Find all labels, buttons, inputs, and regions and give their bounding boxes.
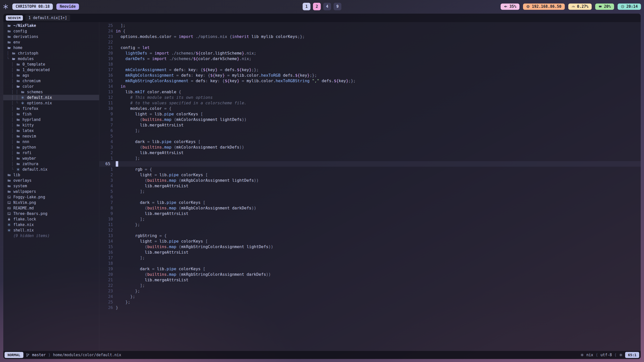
tree-item-ags[interactable]: │ ags <box>3 73 99 78</box>
indent-guide: │ <box>7 156 16 161</box>
code-line[interactable]: 13 lib.mkIf color.enable { <box>99 89 641 95</box>
code-line[interactable]: 11 # to the values specified in a colors… <box>99 100 641 106</box>
code-line-current[interactable]: 65 <box>99 161 641 167</box>
tree-item-options.nix[interactable]: │ └ options.nix <box>3 100 99 106</box>
code-line[interactable]: 24in { <box>99 28 641 34</box>
tree-item-~-nixflake[interactable]: ~/NixFlake <box>3 23 99 28</box>
code-line[interactable]: 24 }; <box>99 294 641 299</box>
tree-item-lib[interactable]: lib <box>3 172 99 178</box>
code-line[interactable]: 4 lib.mergeAttrsList <box>99 183 641 189</box>
code-line[interactable]: 5 <box>99 133 641 139</box>
tree-item-hyprland[interactable]: │ hyprland <box>3 117 99 122</box>
tree-item-default.nix[interactable]: │ │ default.nix <box>3 95 99 100</box>
code-line[interactable]: 20 (builtins.map (mkRgbStringColorAssign… <box>99 272 641 277</box>
tree-item-christoph[interactable]: │ christoph <box>3 51 99 56</box>
workspace-button-4[interactable]: 4 <box>323 3 331 10</box>
code-line[interactable]: 4 dark = lib.pipe colorKeys [ <box>99 139 641 145</box>
tree-item-schemes[interactable]: │ │ schemes <box>3 89 99 95</box>
tree-item-zathura[interactable]: │ zathura <box>3 161 99 167</box>
tree-item-waybar[interactable]: │ waybar <box>3 156 99 161</box>
code-line[interactable]: 11 }; <box>99 222 641 228</box>
code-line[interactable]: 3 (builtins.map (mkColorAssignment darkD… <box>99 145 641 150</box>
tree-item-derivations[interactable]: derivations <box>3 34 99 39</box>
code-line[interactable]: 1 ]; <box>99 156 641 161</box>
code-line[interactable]: 26} <box>99 305 641 310</box>
code-line[interactable]: 15 mkRgbStringColorAssignment = defs: ke… <box>99 78 641 84</box>
code-line[interactable]: 10 modules.color = { <box>99 106 641 111</box>
code-line[interactable]: 23 options.modules.color = import ./opti… <box>99 34 641 39</box>
code-line[interactable]: 12 # This module sets its own options <box>99 95 641 100</box>
code-line[interactable]: 9 lib.mergeAttrsList <box>99 211 641 216</box>
tree-item-system[interactable]: system <box>3 183 99 189</box>
tree-item-kitty[interactable]: │ kitty <box>3 122 99 128</box>
tree-item-flake.lock[interactable]: flake.lock <box>3 216 99 222</box>
code-line[interactable]: 2 lib.mergeAttrsList <box>99 150 641 156</box>
code-line[interactable]: 12 <box>99 228 641 233</box>
tree-item-nnn[interactable]: │ nnn <box>3 139 99 145</box>
code-line[interactable]: 3 (builtins.map (mkRgbColorAssignment li… <box>99 178 641 183</box>
tree-item-home[interactable]: home <box>3 45 99 51</box>
code-line[interactable]: 15 (builtins.map (mkRgbStringColorAssign… <box>99 244 641 250</box>
code-line[interactable]: 21 config = let <box>99 45 641 51</box>
code-line[interactable]: 20 lightDefs = import ./schemes/${color.… <box>99 51 641 56</box>
topbar-left: CHRISTOPH 08:18 Neovide <box>3 4 79 10</box>
code-line[interactable]: 19 dark = lib.pipe colorKeys [ <box>99 266 641 272</box>
code-line[interactable]: 25 }; <box>99 299 641 305</box>
tree-item-rofi[interactable]: │ rofi <box>3 150 99 156</box>
code-line[interactable]: 21 lib.mergeAttrsList <box>99 277 641 283</box>
code-line[interactable]: 13 rgbString = { <box>99 233 641 239</box>
code-line[interactable]: 7 lib.mergeAttrsList <box>99 122 641 128</box>
tree-item-firefox[interactable]: │ firefox <box>3 106 99 111</box>
code-line[interactable]: 22 <box>99 39 641 45</box>
code-line[interactable]: 18 <box>99 62 641 67</box>
code-line[interactable]: 9 light = lib.pipe colorKeys [ <box>99 111 641 117</box>
tree-item-overlays[interactable]: overlays <box>3 178 99 183</box>
code-line[interactable]: 25 ]; <box>99 23 641 28</box>
code-line[interactable]: 8 (builtins.map (mkColorAssignment light… <box>99 117 641 122</box>
code-line[interactable]: 7 dark = lib.pipe colorKeys [ <box>99 200 641 205</box>
tree-item-python[interactable]: │ python <box>3 145 99 150</box>
tree-item-foggy-lake.png[interactable]: Foggy-Lake.png <box>3 194 99 200</box>
code-line[interactable]: 10 ]; <box>99 216 641 222</box>
code-line[interactable]: 14 in <box>99 84 641 89</box>
workspace-button-2[interactable]: 2 <box>313 3 321 10</box>
code-line[interactable]: 2 light = lib.pipe colorKeys [ <box>99 172 641 178</box>
tree-item-nixvim.png[interactable]: NixVim.png <box>3 200 99 205</box>
code-line[interactable]: 5 ]; <box>99 189 641 194</box>
tree-item-readme.md[interactable]: README.md <box>3 205 99 211</box>
tree-item-fish[interactable]: │ fish <box>3 111 99 117</box>
network-icon <box>526 5 530 8</box>
workspace-button-9[interactable]: 9 <box>334 3 341 10</box>
code-line[interactable]: 16 lib.mergeAttrsList <box>99 250 641 255</box>
code-line[interactable]: 1 rgb = { <box>99 167 641 172</box>
workspace-button-1[interactable]: 1 <box>303 3 310 10</box>
code-line[interactable]: 19 darkDefs = import ./schemes/${color.d… <box>99 56 641 62</box>
tree-item-config[interactable]: config <box>3 28 99 34</box>
editor-buffer[interactable]: 25 ];24in {23 options.modules.color = im… <box>99 22 641 351</box>
tree-item-shell.nix[interactable]: shell.nix <box>3 228 99 233</box>
tree-item-chromium[interactable]: │ chromium <box>3 78 99 84</box>
code-line[interactable]: 18 <box>99 261 641 266</box>
tab-default-nix[interactable]: 1 default.nix[1+] <box>25 15 70 21</box>
code-line[interactable]: 8 (builtins.map (mkRgbColorAssignment da… <box>99 205 641 211</box>
tree-item-neovim[interactable]: │ neovim <box>3 133 99 139</box>
tree-item-color[interactable]: │ color <box>3 84 99 89</box>
tree-item-modules[interactable]: └ modules <box>3 56 99 62</box>
tree-item-latex[interactable]: │ latex <box>3 128 99 133</box>
code-line[interactable]: 6 <box>99 194 641 200</box>
code-line[interactable]: 22 ]; <box>99 283 641 288</box>
code-line[interactable]: 17 ]; <box>99 255 641 261</box>
code-line[interactable]: 6 ]; <box>99 128 641 133</box>
tree-item-flake.nix[interactable]: flake.nix <box>3 222 99 228</box>
tree-item-default.nix[interactable]: └ default.nix <box>3 167 99 172</box>
code-line[interactable]: 14 light = lib.pipe colorKeys [ <box>99 239 641 244</box>
tree-item-wallpapers[interactable]: wallpapers <box>3 189 99 194</box>
line-number: 20 <box>105 51 113 56</box>
tree-item-env[interactable]: env <box>3 39 99 45</box>
code-line[interactable]: 23 }; <box>99 288 641 294</box>
tree-item-three-bears.png[interactable]: Three-Bears.png <box>3 211 99 216</box>
code-line[interactable]: 16 mkRgbColorAssignment = defs: key: {${… <box>99 73 641 78</box>
tree-item-1_deprecated[interactable]: │ 1_deprecated <box>3 67 99 73</box>
code-line[interactable]: 17 mkColorAssignment = defs: key: {${key… <box>99 67 641 73</box>
tree-item-0_template[interactable]: │ 0_template <box>3 62 99 67</box>
